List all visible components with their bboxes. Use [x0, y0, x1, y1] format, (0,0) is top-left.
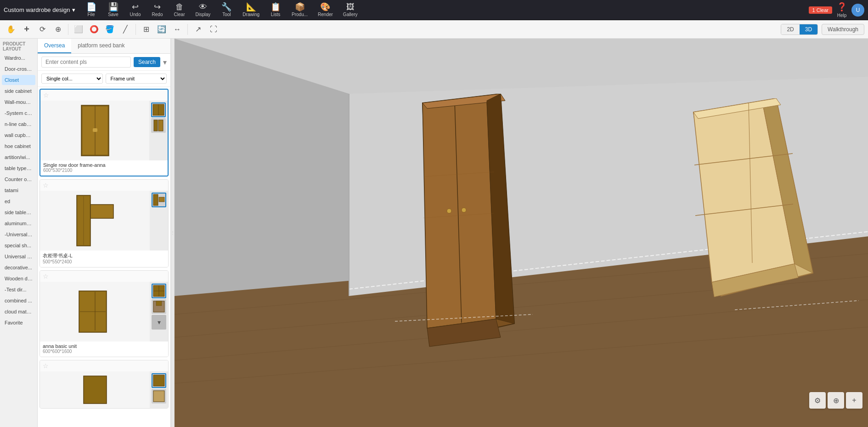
catalog-item-4-header: ☆: [40, 360, 168, 371]
resize-handle[interactable]: ⋮: [171, 39, 175, 427]
catalog-item-3[interactable]: ☆: [39, 270, 169, 357]
item3-name: anna basic unit: [43, 343, 165, 349]
variant-thumb-1b[interactable]: [151, 118, 166, 133]
star-icon-2[interactable]: ☆: [43, 182, 49, 189]
tool-undo[interactable]: ↩ Undo: [125, 1, 146, 19]
catalog-item-2[interactable]: ☆: [39, 179, 169, 268]
catalog-item-1-info: Single row door frame-anna 600*530*2100: [40, 160, 168, 176]
tool-rotate2[interactable]: 🔄: [154, 22, 169, 37]
sidebar-item-table-type[interactable]: table type/tab...: [2, 163, 35, 173]
save-label: Save: [108, 12, 118, 17]
sidebar-item-door-crossing[interactable]: Door-crossi...: [2, 64, 35, 74]
tool-arc[interactable]: ⭕: [87, 22, 101, 37]
svg-point-42: [447, 209, 451, 213]
view-2d-button[interactable]: 2D: [781, 24, 799, 34]
tool-render[interactable]: 🎨 Render: [313, 1, 338, 19]
variant-thumb-4b[interactable]: [152, 389, 166, 404]
search-input[interactable]: [41, 57, 131, 68]
sidebar-item-universal-t[interactable]: Universal t...: [2, 251, 35, 262]
tool-orbit[interactable]: ⟳: [35, 22, 50, 37]
help-icon: ❓: [837, 2, 847, 12]
sidebar-item-combined[interactable]: combined ...: [2, 296, 35, 306]
star-icon-1[interactable]: ☆: [43, 91, 49, 99]
produ-icon: 📦: [295, 3, 305, 11]
tool-snap[interactable]: ⊕: [51, 22, 65, 37]
tool-produ[interactable]: 📦 Produ...: [287, 1, 312, 19]
sidebar-item-universal-ca[interactable]: -Universal ca...: [2, 229, 35, 239]
sidebar-item-artition[interactable]: artition/wi...: [2, 152, 35, 162]
tool-tool[interactable]: 🔧 Tool: [216, 1, 237, 19]
tool-display[interactable]: 👁 Display: [191, 1, 215, 19]
mini-btn-settings[interactable]: ⚙: [809, 392, 826, 409]
variant-4b-svg: [152, 390, 165, 403]
tool-pan[interactable]: ✋: [4, 22, 18, 37]
sidebar-item-decorative[interactable]: decorative...: [2, 262, 35, 273]
variant-thumb-2a[interactable]: [152, 193, 166, 207]
sidebar-item-wardro[interactable]: Wardro...: [2, 53, 35, 63]
tool-redo[interactable]: ↪ Redo: [147, 1, 168, 19]
tool-line[interactable]: ╱: [118, 22, 133, 37]
sidebar-item-wall-mount[interactable]: Wall-mount...: [2, 97, 35, 107]
tool-export[interactable]: ↗: [191, 22, 205, 37]
tab-oversea[interactable]: Oversea: [38, 39, 71, 53]
tool-fullscreen[interactable]: ⛶: [206, 22, 221, 37]
sidebar-item-ed[interactable]: ed: [2, 196, 35, 206]
filter-icon[interactable]: ▾: [163, 58, 167, 67]
tool-mirror[interactable]: ↔: [170, 22, 185, 37]
mini-btn-layers[interactable]: ⊕: [828, 392, 844, 409]
catalog-item-3-header: ☆: [40, 271, 168, 282]
mini-btn-plus[interactable]: +: [846, 392, 862, 409]
star-icon-3[interactable]: ☆: [43, 273, 49, 280]
tab-platform-seed[interactable]: platform seed bank: [71, 39, 131, 53]
sidebar-item-aluminum[interactable]: aluminum fra...: [2, 218, 35, 228]
sidebar-item-test-dir[interactable]: -Test dir...: [2, 285, 35, 295]
sidebar-item-side-table[interactable]: side table o...: [2, 207, 35, 217]
sidebar-item-special[interactable]: special sh...: [2, 240, 35, 251]
sidebar-item-favorite[interactable]: Favorite: [2, 318, 35, 328]
main-area: Product layout Wardro... Door-crossi... …: [0, 39, 868, 427]
viewport-3d[interactable]: ⚙ ⊕ +: [175, 39, 868, 427]
help-button[interactable]: ❓ Help: [833, 0, 851, 20]
view-3d-button[interactable]: 3D: [800, 24, 817, 34]
redo-icon: ↪: [154, 3, 161, 11]
unit-filter-select[interactable]: Frame unit: [106, 74, 167, 84]
variant-thumb-1a[interactable]: [151, 102, 166, 117]
sidebar-item-hoe-cabinet[interactable]: hoe cabinet: [2, 141, 35, 151]
catalog-item-1[interactable]: ☆: [39, 89, 169, 176]
sidebar-item-closet[interactable]: Closet: [2, 75, 35, 85]
sidebar-item-n-line-cabinet[interactable]: n-line cabinet: [2, 119, 35, 129]
catalog-item-4[interactable]: ☆: [39, 360, 169, 409]
search-button[interactable]: Search: [134, 57, 160, 67]
sidebar-item-counter[interactable]: Counter on t...: [2, 174, 35, 184]
tool-grid[interactable]: ⊞: [139, 22, 153, 37]
tool-add[interactable]: +: [19, 22, 34, 37]
sidebar-item-cloud-material[interactable]: cloud material: [2, 307, 35, 317]
tool-fill[interactable]: 🪣: [102, 22, 117, 37]
tool-drawing[interactable]: 📐 Drawing: [238, 1, 264, 19]
sidebar-item-tatami[interactable]: tatami: [2, 185, 35, 195]
variant-thumb-3down[interactable]: ▾: [152, 315, 166, 330]
sidebar-item-system-cabi[interactable]: -System cabi...: [2, 108, 35, 118]
variant-thumb-4a[interactable]: [152, 373, 166, 388]
clear-badge[interactable]: 1 Clear: [809, 6, 832, 14]
tool-save[interactable]: 💾 Save: [103, 1, 124, 19]
variant-thumb-3a[interactable]: [152, 284, 166, 298]
tool-gallery[interactable]: 🖼 Gallery: [338, 1, 362, 19]
walkthrough-button[interactable]: Walkthrough: [822, 24, 864, 35]
separator-1: [68, 24, 68, 35]
tool-clear[interactable]: 🗑 Clear: [169, 1, 190, 19]
star-icon-4[interactable]: ☆: [43, 362, 49, 370]
variant-thumb-3b[interactable]: [152, 299, 166, 314]
user-avatar[interactable]: U: [851, 4, 864, 17]
sidebar-item-wooden-door[interactable]: Wooden door: [2, 273, 35, 284]
tool-lists[interactable]: 📋 Lists: [265, 1, 286, 19]
sidebar-item-side-cabinet[interactable]: side cabinet: [2, 86, 35, 96]
lists-label: Lists: [271, 12, 281, 17]
tool-file[interactable]: 📄 File: [81, 1, 102, 19]
catalog-item-2-info: 衣柜带书桌-L 500*550*2400: [40, 251, 168, 267]
sidebar-item-wall-cupboard[interactable]: wall cupboard: [2, 130, 35, 140]
item1-svg: [77, 103, 113, 158]
color-filter-select[interactable]: Single col...: [41, 74, 103, 84]
catalog-item-1-header: ☆: [40, 90, 168, 101]
tool-rect[interactable]: ⬜: [71, 22, 86, 37]
